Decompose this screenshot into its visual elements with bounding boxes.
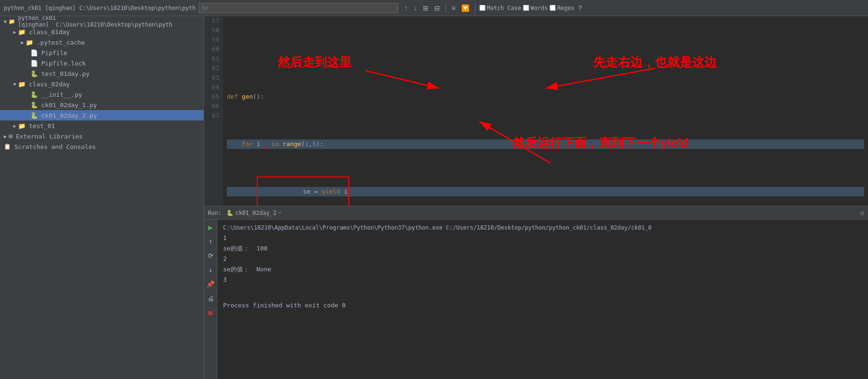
squiggle-i bbox=[264, 139, 268, 149]
sidebar-item-class01day[interactable]: ▶ 📁 class_01day bbox=[0, 27, 204, 37]
rerun-btn[interactable]: ⟳ bbox=[205, 250, 216, 261]
op-paren: (): bbox=[253, 92, 264, 102]
sidebar-item-root[interactable]: ▼ 📁 python_ck01 [qinghan] C:\Users\18210… bbox=[0, 16, 204, 27]
match-case-checkbox[interactable] bbox=[479, 5, 485, 11]
sidebar-item-pipfile[interactable]: 📄 Pipfile bbox=[0, 47, 204, 58]
sidebar-item-ck01-1[interactable]: 🐍 ck01_02day_1.py bbox=[0, 100, 204, 110]
py-icon-init: 🐍 bbox=[30, 91, 38, 98]
sidebar-label-extlibs: External Libraries bbox=[16, 133, 83, 140]
op-close: ): bbox=[316, 139, 324, 149]
up-btn[interactable]: ↑ bbox=[205, 236, 216, 247]
folder-icon-class02: 📁 bbox=[18, 81, 26, 88]
scratches-icon: 📋 bbox=[4, 143, 11, 150]
main-layout: ▼ 📁 python_ck01 [qinghan] C:\Users\18210… bbox=[0, 16, 868, 379]
fn-gen: gen bbox=[242, 92, 252, 102]
lib-icon: ⊞ bbox=[9, 132, 12, 140]
pin-btn[interactable]: 📌 bbox=[205, 278, 216, 290]
code-line-57 bbox=[227, 45, 864, 54]
regex-checkbox[interactable] bbox=[550, 5, 556, 11]
gear-icon[interactable]: ⚙ bbox=[860, 209, 864, 217]
divider2 bbox=[475, 3, 476, 13]
folder-icon-test01: 📁 bbox=[18, 122, 26, 129]
output-blank bbox=[223, 285, 862, 296]
sidebar-item-pytest-cache[interactable]: ▶ 📁 .pytest_cache bbox=[0, 37, 204, 47]
param-i: i bbox=[257, 139, 261, 149]
py-icon-test01day: 🐍 bbox=[30, 70, 38, 77]
output-1: 1 bbox=[223, 233, 862, 243]
folder-icon-class01: 📁 bbox=[18, 28, 26, 36]
code-line-58: def gen(): bbox=[227, 92, 864, 102]
sidebar-label-ck012: ck01_02day_2.py bbox=[41, 112, 97, 119]
run-content: ▶ ↑ ⟳ ↓ 📌 🖨 ■ C:\Users\18210\AppData\Loc… bbox=[204, 220, 868, 379]
next-result-btn[interactable]: ↓ bbox=[412, 3, 419, 13]
run-icon: 🐍 bbox=[226, 210, 233, 216]
sidebar-item-init[interactable]: 🐍 __init__.py bbox=[0, 89, 204, 100]
py-icon-ck011: 🐍 bbox=[30, 102, 38, 109]
sidebar-label-pipfilelock: Pipfile.lock bbox=[41, 60, 86, 67]
sidebar-item-test01[interactable]: ▶ 📁 test_01 bbox=[0, 120, 204, 131]
toolbar-icons: ↑ ↓ ⊞ ⊟ ≡ 🔽 Match Case Words Regex ? bbox=[403, 3, 584, 13]
sidebar: ▼ 📁 python_ck01 [qinghan] C:\Users\18210… bbox=[0, 16, 204, 379]
match-case-group[interactable]: Match Case bbox=[479, 5, 521, 11]
sidebar-item-external-libs[interactable]: ▶ ⊞ External Libraries bbox=[0, 131, 204, 141]
sidebar-item-ck01-2[interactable]: 🐍 ck01_02day_2.py bbox=[0, 110, 204, 120]
settings-btn[interactable]: ≡ bbox=[450, 3, 457, 13]
print-btn[interactable]: 🖨 bbox=[205, 293, 216, 304]
run-panel: Run: 🐍 ck01_02day_2 ✕ ⚙ ▶ ↑ ⟳ ↓ 📌 🖨 ■ bbox=[204, 206, 868, 379]
regex-group[interactable]: Regex bbox=[550, 5, 574, 11]
words-group[interactable]: Words bbox=[523, 5, 548, 11]
divider bbox=[446, 3, 446, 13]
output-3: 3 bbox=[223, 275, 862, 285]
red-box-yield: se = yield i bbox=[257, 176, 350, 206]
filter-btn[interactable]: ⊟ bbox=[432, 3, 442, 13]
sidebar-item-test01day[interactable]: 🐍 test_01day.py bbox=[0, 68, 204, 79]
expand-btn[interactable]: ⊞ bbox=[421, 3, 430, 13]
close-icon[interactable]: ✕ bbox=[279, 210, 282, 216]
op-range-paren: ( bbox=[301, 139, 305, 149]
prev-result-btn[interactable]: ↑ bbox=[403, 3, 410, 13]
num-1: 1 bbox=[305, 139, 308, 149]
sidebar-label-class02: class_02day bbox=[29, 81, 70, 88]
run-tab[interactable]: 🐍 ck01_02day_2 ✕ bbox=[226, 210, 281, 216]
code-editor[interactable]: 57 58 59 60 61 62 63 64 65 66 67 def gen… bbox=[204, 16, 868, 206]
run-sidebar: ▶ ↑ ⟳ ↓ 📌 🖨 ■ bbox=[204, 220, 217, 379]
var-se: se bbox=[303, 188, 311, 195]
folder-icon-pytest: 📁 bbox=[26, 39, 33, 46]
help-btn[interactable]: ? bbox=[576, 3, 584, 13]
search-input[interactable] bbox=[211, 5, 391, 11]
sidebar-label-scratches: Scratches and Consoles bbox=[14, 143, 96, 150]
sidebar-label-pipfile: Pipfile bbox=[41, 49, 67, 56]
top-toolbar: python_ck01 [qinghan] C:\Users\18210\Des… bbox=[0, 0, 868, 16]
project-title: python_ck01 [qinghan] C:\Users\18210\Des… bbox=[4, 5, 196, 11]
folder-icon: 📁 bbox=[9, 18, 15, 25]
var-i2: i bbox=[344, 188, 348, 195]
py-icon-ck012: 🐍 bbox=[30, 112, 38, 119]
line-numbers: 57 58 59 60 61 62 63 64 65 66 67 bbox=[204, 16, 223, 206]
num-5: 5 bbox=[312, 139, 316, 149]
file-icon-pipfile: 📄 bbox=[30, 49, 38, 56]
arrow-icon: ▼ bbox=[4, 19, 7, 24]
editor-area: 57 58 59 60 61 62 63 64 65 66 67 def gen… bbox=[204, 16, 868, 379]
stop-btn[interactable]: ■ bbox=[205, 307, 216, 318]
sidebar-item-class02day[interactable]: ▼ 📁 class_02day bbox=[0, 79, 204, 89]
kw-def: def bbox=[227, 92, 238, 102]
sidebar-item-scratches[interactable]: 📋 Scratches and Consoles bbox=[0, 141, 204, 152]
code-line-59: ████for i in range(1,5): bbox=[227, 139, 864, 149]
fn-range: range bbox=[282, 139, 301, 149]
words-checkbox[interactable] bbox=[523, 5, 529, 11]
arrow-icon: ▶ bbox=[13, 29, 16, 35]
kw-in: in bbox=[271, 139, 279, 149]
search-icon: Q+ bbox=[202, 5, 209, 11]
op-eq: = bbox=[314, 188, 318, 195]
arrow-icon: ▼ bbox=[13, 82, 16, 87]
output-se100: se的值： 100 bbox=[223, 243, 862, 254]
search-box[interactable]: Q+ bbox=[199, 3, 398, 13]
regex-label: Regex bbox=[557, 5, 574, 11]
sidebar-item-pipfile-lock[interactable]: 📄 Pipfile.lock bbox=[0, 58, 204, 68]
match-case-label: Match Case bbox=[487, 5, 521, 11]
down-btn[interactable]: ↓ bbox=[205, 264, 216, 276]
sidebar-label-ck011: ck01_02day_1.py bbox=[41, 102, 97, 109]
play-btn[interactable]: ▶ bbox=[205, 222, 216, 233]
filter2-btn[interactable]: 🔽 bbox=[459, 3, 471, 13]
op-comma: , bbox=[308, 139, 312, 149]
